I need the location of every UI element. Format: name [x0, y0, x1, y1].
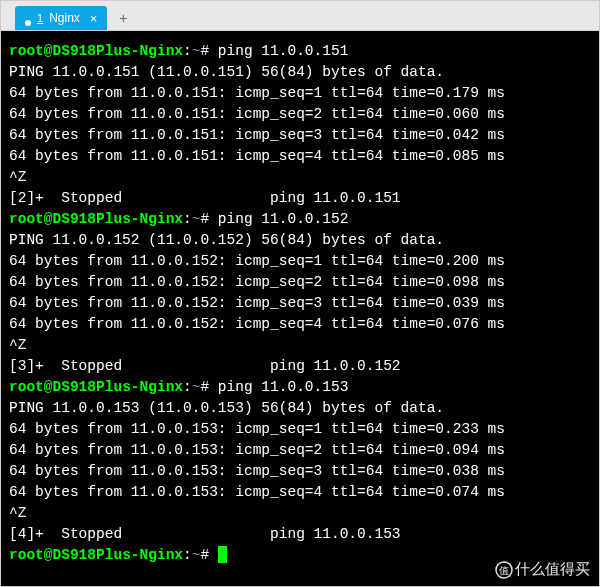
ping-reply: 64 bytes from 11.0.0.153: icmp_seq=1 ttl…	[9, 419, 591, 440]
tab-indicator-icon	[25, 15, 31, 21]
tab-number: 1	[37, 12, 43, 24]
ping-reply: 64 bytes from 11.0.0.151: icmp_seq=3 ttl…	[9, 125, 591, 146]
terminal-output[interactable]: root@DS918Plus-Nginx:~# ping 11.0.0.151P…	[1, 31, 599, 586]
ping-reply: 64 bytes from 11.0.0.153: icmp_seq=3 ttl…	[9, 461, 591, 482]
ping-header: PING 11.0.0.153 (11.0.0.153) 56(84) byte…	[9, 398, 591, 419]
terminal-window: 1 Nginx × + root@DS918Plus-Nginx:~# ping…	[0, 0, 600, 587]
svg-point-0	[25, 20, 31, 26]
watermark-text: 什么值得买	[515, 560, 590, 579]
job-stopped: [2]+ Stopped ping 11.0.0.151	[9, 188, 591, 209]
ping-reply: 64 bytes from 11.0.0.152: icmp_seq=2 ttl…	[9, 272, 591, 293]
watermark-icon: 值	[495, 561, 513, 579]
cursor-icon	[218, 546, 227, 563]
tab-close-icon[interactable]: ×	[90, 12, 98, 25]
ping-reply: 64 bytes from 11.0.0.152: icmp_seq=1 ttl…	[9, 251, 591, 272]
ping-reply: 64 bytes from 11.0.0.153: icmp_seq=4 ttl…	[9, 482, 591, 503]
tab-nginx[interactable]: 1 Nginx ×	[15, 6, 107, 30]
suspend-signal: ^Z	[9, 503, 591, 524]
ping-reply: 64 bytes from 11.0.0.151: icmp_seq=4 ttl…	[9, 146, 591, 167]
suspend-signal: ^Z	[9, 167, 591, 188]
suspend-signal: ^Z	[9, 335, 591, 356]
ping-reply: 64 bytes from 11.0.0.153: icmp_seq=2 ttl…	[9, 440, 591, 461]
ping-header: PING 11.0.0.151 (11.0.0.151) 56(84) byte…	[9, 62, 591, 83]
tab-title: Nginx	[49, 11, 80, 25]
watermark: 值 什么值得买	[495, 560, 590, 579]
svg-text:值: 值	[499, 565, 509, 576]
ping-reply: 64 bytes from 11.0.0.152: icmp_seq=4 ttl…	[9, 314, 591, 335]
job-stopped: [4]+ Stopped ping 11.0.0.153	[9, 524, 591, 545]
new-tab-button[interactable]: +	[111, 6, 135, 30]
tab-bar: 1 Nginx × +	[1, 1, 599, 31]
job-stopped: [3]+ Stopped ping 11.0.0.152	[9, 356, 591, 377]
ping-header: PING 11.0.0.152 (11.0.0.152) 56(84) byte…	[9, 230, 591, 251]
ping-reply: 64 bytes from 11.0.0.151: icmp_seq=1 ttl…	[9, 83, 591, 104]
prompt-line: root@DS918Plus-Nginx:~# ping 11.0.0.151	[9, 41, 591, 62]
ping-reply: 64 bytes from 11.0.0.152: icmp_seq=3 ttl…	[9, 293, 591, 314]
prompt-line: root@DS918Plus-Nginx:~# ping 11.0.0.152	[9, 209, 591, 230]
ping-reply: 64 bytes from 11.0.0.151: icmp_seq=2 ttl…	[9, 104, 591, 125]
prompt-line: root@DS918Plus-Nginx:~# ping 11.0.0.153	[9, 377, 591, 398]
